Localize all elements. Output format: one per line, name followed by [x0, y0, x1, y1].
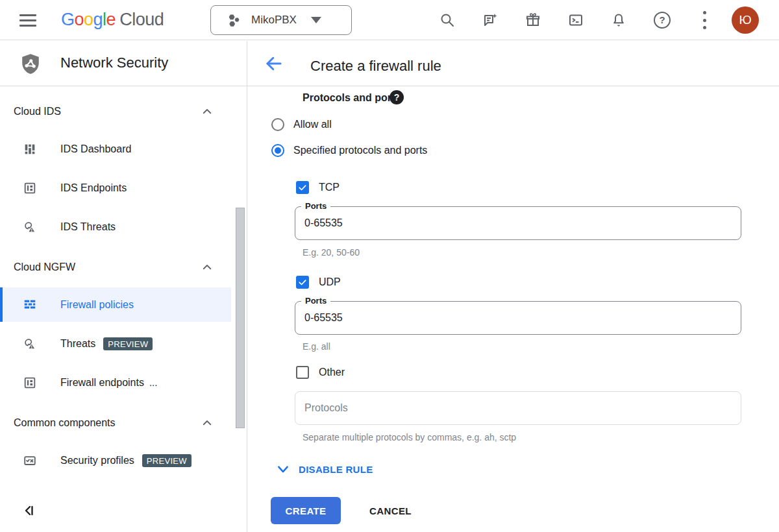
help-icon[interactable]: ? [654, 12, 671, 29]
radio-circle-icon [271, 118, 284, 131]
protocols-input[interactable] [295, 391, 741, 425]
chevron-up-icon [201, 417, 213, 429]
disable-rule-toggle[interactable]: DISABLE RULE [275, 463, 373, 476]
chevron-up-icon [201, 261, 213, 273]
truncation-ellipsis: ... [149, 377, 158, 388]
screen: GoogleCloud MikoPBX [0, 0, 779, 532]
preview-badge: PREVIEW [142, 454, 192, 467]
chevron-down-icon [311, 17, 321, 23]
checkbox-checked-icon [296, 181, 309, 194]
firewall-policies-icon [23, 298, 37, 312]
sidebar-section-cloud-ids[interactable]: Cloud IDS [0, 95, 247, 128]
udp-helper-text: E.g. all [303, 341, 330, 352]
section-label: Common components [14, 417, 116, 429]
radio-specified-protocols[interactable]: Specified protocols and ports [271, 144, 427, 157]
logo-cloud-word: Cloud [119, 10, 164, 29]
create-button[interactable]: CREATE [271, 497, 341, 524]
radio-circle-selected-icon [271, 144, 284, 157]
sidebar-item-ids-endpoints[interactable]: IDS Endpoints [0, 171, 231, 205]
project-selector[interactable]: MikoPBX [210, 5, 352, 35]
firewall-endpoints-icon [23, 376, 37, 390]
cancel-button[interactable]: CANCEL [363, 497, 418, 524]
google-cloud-logo: GoogleCloud [61, 10, 164, 30]
protocols-helper-text: Separate multiple protocols by commas, e… [303, 432, 516, 442]
logo-letter: g [93, 10, 103, 29]
preview-badge: PREVIEW [103, 337, 153, 350]
avatar[interactable]: Ю [732, 6, 759, 34]
protocols-ports-help-icon[interactable]: ? [390, 90, 404, 104]
sidebar-item-label: IDS Threats [60, 221, 116, 233]
udp-ports-input[interactable] [295, 301, 741, 335]
tcp-helper-text: E.g. 20, 50-60 [303, 247, 360, 258]
threats-icon [23, 337, 37, 351]
project-hexagons-icon [224, 11, 242, 29]
logo-letter: o [75, 10, 84, 29]
avatar-initial: Ю [739, 13, 751, 27]
radio-allow-all[interactable]: Allow all [271, 118, 332, 131]
udp-checkbox-row[interactable]: UDP [296, 276, 341, 289]
ids-threats-icon [23, 220, 37, 234]
sidebar-item-security-profiles[interactable]: Security profiles PREVIEW [0, 443, 231, 478]
menu-icon[interactable] [19, 14, 36, 27]
radio-label: Specified protocols and ports [293, 145, 427, 156]
logo-letter: G [61, 10, 75, 29]
protocols-ports-label: Protocols and ports [303, 92, 401, 104]
project-name: MikoPBX [251, 14, 297, 27]
back-arrow-icon[interactable] [264, 54, 284, 73]
main-panel: Create a firewall rule Protocols and por… [247, 41, 779, 532]
radio-label: Allow all [293, 119, 332, 130]
sidebar-section-common-components[interactable]: Common components [0, 406, 247, 440]
sidebar-title: Network Security [60, 54, 168, 71]
section-label: Cloud NGFW [14, 261, 75, 273]
sidebar-item-ids-dashboard[interactable]: IDS Dashboard [0, 132, 231, 166]
sidebar-item-label: Threats [60, 338, 95, 350]
help-glyph: ? [394, 92, 400, 103]
more-vertical-icon[interactable] [700, 11, 708, 29]
help-glyph: ? [659, 14, 665, 25]
checkbox-label: Other [319, 367, 345, 378]
sidebar-item-label: Security profiles [60, 455, 134, 466]
collapse-sidebar-icon[interactable] [21, 503, 37, 518]
checkbox-label: TCP [319, 182, 340, 193]
gift-icon[interactable] [525, 12, 541, 28]
logo-letter: e [106, 10, 116, 29]
sidebar-scrollbar[interactable] [236, 208, 245, 428]
sidebar-item-label: IDS Endpoints [60, 182, 127, 194]
ids-dashboard-icon [23, 142, 37, 156]
topbar: GoogleCloud MikoPBX [0, 0, 779, 40]
section-label: Cloud IDS [14, 106, 61, 117]
udp-ports-field: Ports [295, 301, 741, 335]
sidebar-item-label: Firewall policies [60, 299, 134, 311]
sidebar: Network Security Cloud IDS IDS Dashboard… [0, 41, 247, 532]
sidebar-item-label: Firewall endpoints [60, 377, 144, 389]
feedback-ai-icon[interactable] [482, 12, 498, 28]
other-checkbox-row[interactable]: Other [296, 366, 345, 379]
checkbox-label: UDP [319, 276, 341, 288]
disable-rule-label: DISABLE RULE [299, 464, 373, 475]
other-protocols-field [295, 391, 741, 425]
sidebar-item-firewall-endpoints[interactable]: Firewall endpoints ... [0, 365, 231, 400]
page-title: Create a firewall rule [310, 58, 441, 75]
network-security-shield-icon [19, 52, 42, 77]
field-label: Ports [301, 296, 330, 306]
search-icon[interactable] [439, 12, 455, 28]
tcp-checkbox-row[interactable]: TCP [296, 181, 340, 194]
cloud-shell-icon[interactable] [568, 12, 584, 28]
security-profiles-icon [23, 453, 37, 468]
tcp-ports-field: Ports [295, 206, 741, 240]
sidebar-section-cloud-ngfw[interactable]: Cloud NGFW [0, 250, 247, 284]
notifications-bell-icon[interactable] [611, 12, 626, 28]
sidebar-item-threats[interactable]: Threats PREVIEW [0, 326, 231, 361]
logo-letter: o [84, 10, 93, 29]
ids-endpoints-icon [23, 181, 37, 195]
checkbox-unchecked-icon [296, 366, 309, 379]
main-header: Create a firewall rule [247, 41, 779, 86]
sidebar-header: Network Security [0, 41, 247, 86]
sidebar-item-firewall-policies[interactable]: Firewall policies [0, 287, 231, 322]
tcp-ports-input[interactable] [295, 206, 741, 240]
field-label: Ports [301, 201, 330, 211]
checkbox-checked-icon [296, 276, 309, 289]
chevron-up-icon [201, 106, 213, 117]
sidebar-item-ids-threats[interactable]: IDS Threats [0, 210, 231, 244]
chevron-down-icon [275, 463, 291, 476]
